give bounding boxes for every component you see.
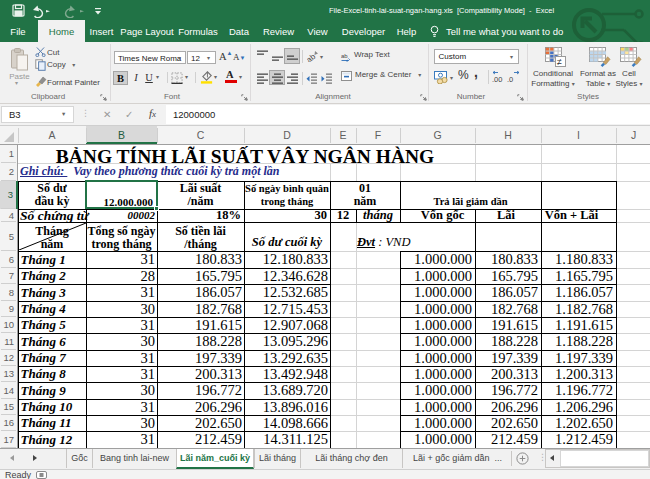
- svg-text:.00: .00: [492, 75, 502, 83]
- svg-text:≠: ≠: [557, 57, 562, 67]
- svg-text:ab: ab: [341, 53, 348, 59]
